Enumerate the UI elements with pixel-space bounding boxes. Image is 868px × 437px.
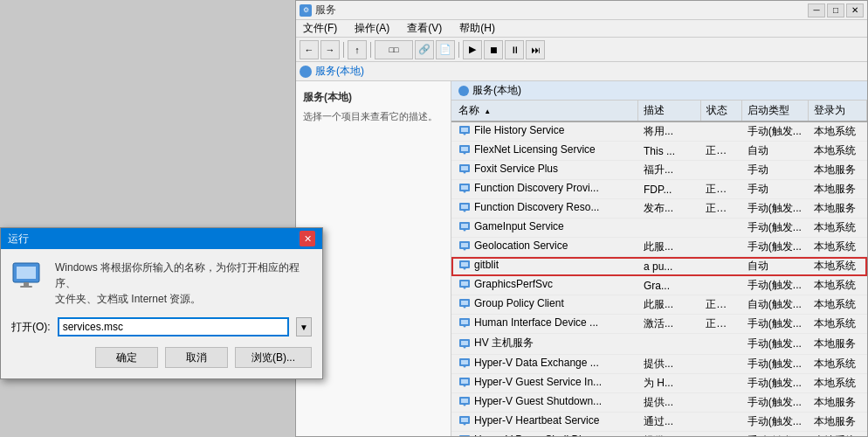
- service-icon: HV 主机服务: [458, 336, 534, 350]
- minimize-button[interactable]: ─: [808, 3, 825, 17]
- col-header-desc[interactable]: 描述: [638, 101, 700, 121]
- back-button[interactable]: ←: [300, 40, 319, 59]
- col-header-status[interactable]: 状态: [700, 101, 742, 121]
- service-login-cell: 本地系统: [809, 354, 867, 373]
- table-row[interactable]: Function Discovery Reso...发布...正在运...手动(…: [451, 199, 867, 218]
- service-name-cell: FlexNet Licensing Service: [451, 142, 638, 161]
- service-login-cell: 本地系统: [809, 373, 867, 392]
- service-name-text: Geolocation Service: [474, 239, 568, 252]
- forward-button[interactable]: →: [320, 40, 340, 59]
- table-row[interactable]: gitblita pu...自动本地系统: [451, 257, 867, 276]
- menu-help[interactable]: 帮助(H): [456, 21, 499, 36]
- table-row[interactable]: Hyper-V Guest Shutdown...提供...手动(触发...本地…: [451, 392, 867, 412]
- service-startup-cell: 自动: [742, 142, 809, 161]
- connect-button[interactable]: 🔗: [415, 40, 434, 59]
- table-row[interactable]: FlexNet Licensing ServiceThis ...正在运...自…: [451, 142, 867, 161]
- stop-button[interactable]: ⏹: [484, 40, 503, 59]
- table-row[interactable]: Geolocation Service此服...手动(触发...本地系统: [451, 238, 867, 257]
- services-window-title: 服务: [315, 3, 336, 17]
- table-row[interactable]: HV 主机服务手动(触发...本地服务: [451, 334, 867, 355]
- show-hide-button[interactable]: □□: [375, 40, 413, 59]
- title-controls: ─ □ ✕: [808, 3, 864, 17]
- right-panel-label: 服务(本地): [472, 83, 521, 98]
- run-browse-button[interactable]: 浏览(B)...: [235, 347, 312, 368]
- svg-point-20: [464, 248, 466, 251]
- service-status-cell: [700, 354, 742, 373]
- properties-button[interactable]: 📄: [436, 40, 455, 59]
- run-command-input[interactable]: [58, 317, 289, 336]
- toolbar-separator-3: [458, 42, 459, 58]
- svg-rect-1: [461, 128, 468, 132]
- service-name-cell: Hyper-V Heartbeat Service: [451, 412, 638, 431]
- service-status-cell: [700, 373, 742, 392]
- close-window-button[interactable]: ✕: [846, 3, 864, 17]
- run-dialog-title-bar: 运行 ✕: [1, 228, 322, 249]
- service-name-text: FlexNet Licensing Service: [474, 143, 596, 156]
- service-desc-cell: FDP...: [638, 180, 700, 199]
- service-name-cell: Group Policy Client: [451, 295, 638, 315]
- col-header-login[interactable]: 登录为: [809, 101, 867, 121]
- service-name-cell: Function Discovery Provi...: [451, 180, 638, 199]
- svg-point-14: [464, 210, 466, 212]
- table-row[interactable]: Group Policy Client此服...正在运...自动(触发...本地…: [451, 295, 867, 315]
- svg-point-8: [464, 171, 466, 174]
- service-name-cell: Hyper-V Data Exchange ...: [451, 354, 638, 373]
- table-row[interactable]: Hyper-V Heartbeat Service通过...手动(触发...本地…: [451, 412, 867, 431]
- run-dialog-buttons: 确定 取消 浏览(B)...: [11, 347, 312, 368]
- menu-action[interactable]: 操作(A): [351, 21, 393, 36]
- run-dialog-body: Windows 将根据你所输入的名称，为你打开相应的程序、 文件夹、文档或 In…: [1, 249, 322, 378]
- table-row[interactable]: Human Interface Device ...激活...正在运...手动(…: [451, 315, 867, 334]
- nav-local-label[interactable]: 服务(本地): [315, 64, 364, 79]
- run-icon-row: Windows 将根据你所输入的名称，为你打开相应的程序、 文件夹、文档或 In…: [11, 260, 312, 307]
- run-ok-button[interactable]: 确定: [95, 347, 158, 368]
- service-name-text: GameInput Service: [474, 220, 564, 232]
- service-name-text: Hyper-V Data Exchange ...: [474, 357, 599, 369]
- table-row[interactable]: Hyper-V Guest Service In...为 H...手动(触发..…: [451, 373, 867, 392]
- title-bar-left: ⚙ 服务: [300, 3, 336, 17]
- run-dropdown-button[interactable]: ▼: [296, 317, 312, 336]
- up-button[interactable]: ↑: [348, 40, 367, 59]
- col-header-startup[interactable]: 启动类型: [742, 101, 809, 121]
- service-login-cell: 本地服务: [809, 412, 867, 431]
- svg-rect-4: [461, 147, 468, 151]
- start-button[interactable]: ▶: [463, 40, 482, 59]
- restart-button[interactable]: ⏭: [526, 40, 545, 59]
- maximize-button[interactable]: □: [827, 3, 844, 17]
- run-computer-icon: [11, 260, 45, 293]
- table-row[interactable]: Hyper-V Data Exchange ...提供...手动(触发...本地…: [451, 354, 867, 373]
- service-startup-cell: 手动: [742, 161, 809, 180]
- services-nav-icon: [300, 66, 312, 78]
- toolbar: ← → ↑ □□ 🔗 📄 ▶ ⏹ ⏸ ⏭: [296, 38, 867, 62]
- svg-point-11: [464, 191, 466, 193]
- service-icon: File History Service: [458, 124, 564, 136]
- service-name-text: Foxit Service Plus: [474, 163, 558, 175]
- service-status-cell: [700, 334, 742, 355]
- svg-rect-37: [461, 360, 468, 364]
- service-name-cell: gitblit: [451, 257, 638, 276]
- run-dialog-close-button[interactable]: ✕: [300, 231, 315, 246]
- run-cancel-button[interactable]: 取消: [165, 347, 228, 368]
- col-header-name[interactable]: 名称 ▲: [451, 101, 638, 121]
- pause-button[interactable]: ⏸: [505, 40, 524, 59]
- menu-file[interactable]: 文件(F): [300, 21, 341, 36]
- services-table-container[interactable]: 名称 ▲ 描述 状态 启动类型 登录为 File History Service…: [451, 101, 867, 436]
- svg-rect-25: [461, 281, 468, 286]
- table-row[interactable]: GraphicsPerfSvcGra...手动(触发...本地系统: [451, 276, 867, 295]
- service-name-text: Hyper-V PowerShell Dire...: [474, 434, 599, 437]
- service-icon: Hyper-V Heartbeat Service: [458, 414, 599, 427]
- service-startup-cell: 手动(触发...: [742, 354, 809, 373]
- right-panel-icon: [458, 86, 469, 96]
- service-name-cell: GraphicsPerfSvc: [451, 276, 638, 295]
- service-desc-cell: 此服...: [638, 238, 700, 257]
- svg-point-17: [464, 229, 466, 232]
- table-row[interactable]: Hyper-V PowerShell Dire...提供...手动(触发...本…: [451, 431, 867, 436]
- service-login-cell: 本地系统: [809, 121, 867, 142]
- table-row[interactable]: File History Service将用...手动(触发...本地系统: [451, 121, 867, 142]
- table-row[interactable]: GameInput Service手动(触发...本地系统: [451, 218, 867, 238]
- menu-view[interactable]: 查看(V): [403, 21, 445, 36]
- service-startup-cell: 手动(触发...: [742, 412, 809, 431]
- table-row[interactable]: Foxit Service Plus福升...手动本地服务: [451, 161, 867, 180]
- service-desc-cell: 通过...: [638, 412, 700, 431]
- sort-arrow-icon: ▲: [484, 108, 491, 115]
- table-row[interactable]: Function Discovery Provi...FDP...正在运...手…: [451, 180, 867, 199]
